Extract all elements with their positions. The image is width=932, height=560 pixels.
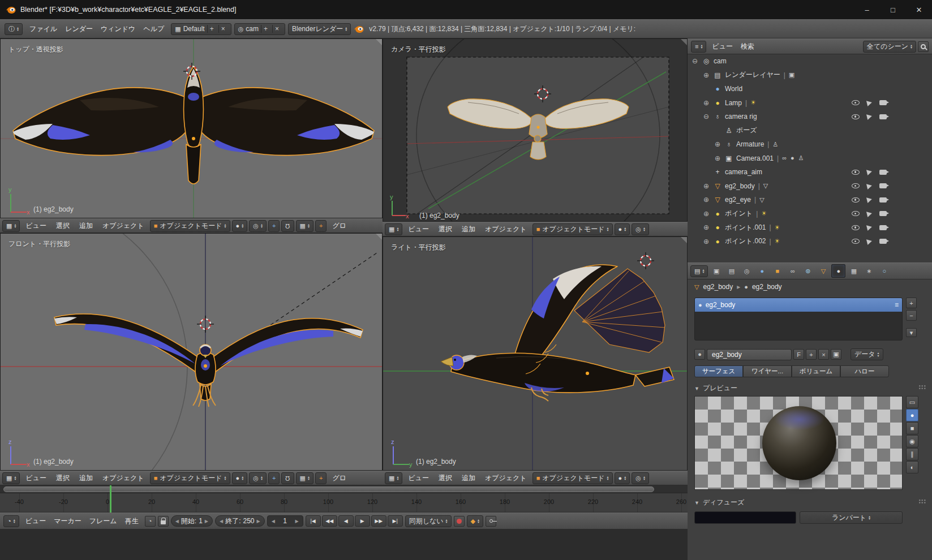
selectable-arrow-icon[interactable] — [866, 210, 873, 217]
region-corner-handle[interactable] — [681, 237, 687, 243]
region-corner-handle[interactable] — [376, 234, 382, 240]
viewport-camera[interactable]: カメラ・平行投影 (1) eg2_body y x — [383, 38, 688, 222]
expand-toggle-icon[interactable]: ⊕ — [702, 238, 710, 245]
new-material-button[interactable]: + — [806, 349, 817, 360]
frame-start-field[interactable]: ◀ 開始: 1 ▶ — [171, 515, 213, 527]
increment-icon[interactable]: ▶ — [257, 519, 260, 524]
timeline-menu-フレーム[interactable]: フレーム — [85, 516, 121, 526]
editor-type-button[interactable]: ▦▴▾ — [2, 472, 20, 484]
playback-button-5[interactable]: ▶| — [388, 515, 403, 527]
tab-wire[interactable]: ワイヤー... — [743, 365, 792, 377]
outliner-row-cam[interactable]: ⊖◎cam — [688, 54, 932, 68]
outliner-row-eg2_body[interactable]: ⊕▽eg2_body|▽ — [688, 179, 932, 193]
render-camera-icon[interactable] — [879, 170, 887, 175]
selectable-arrow-icon[interactable] — [866, 113, 873, 120]
render-camera-icon[interactable] — [879, 239, 887, 244]
render-camera-icon[interactable] — [879, 114, 887, 119]
viewport-menu-ビュー[interactable]: ビュー — [404, 225, 433, 234]
timeline-menu-ビュー[interactable]: ビュー — [22, 516, 50, 526]
viewport-menu-ビュー[interactable]: ビュー — [404, 473, 433, 483]
editor-type-button[interactable]: ≡▴▾ — [691, 41, 706, 53]
preview-mode-button-0[interactable]: ▭ — [906, 396, 918, 408]
viewport-menu-選択[interactable]: 選択 — [52, 473, 74, 483]
outliner-row-camera rig[interactable]: ⊖♁camera rig — [688, 110, 932, 124]
pivot-point-dropdown[interactable]: ◎▴▾ — [249, 472, 267, 484]
snap-magnet-toggle[interactable]: Ω — [281, 472, 294, 484]
panel-grip-icon[interactable] — [918, 499, 926, 505]
viewport-menu-選択[interactable]: 選択 — [435, 225, 456, 234]
diffuse-color-swatch[interactable] — [694, 511, 796, 524]
properties-tab-render[interactable]: ▣ — [709, 264, 723, 278]
playback-button-0[interactable]: |◀ — [306, 515, 321, 527]
viewport-menu-追加[interactable]: 追加 — [458, 225, 479, 234]
viewport-menu-オブジェクト[interactable]: オブジェクト — [98, 473, 148, 483]
insert-keyframe-button[interactable] — [486, 516, 496, 527]
render-camera-icon[interactable] — [879, 183, 887, 188]
decrement-icon[interactable]: ◀ — [272, 519, 275, 524]
expand-toggle-icon[interactable]: ⊕ — [702, 182, 710, 190]
transform-manipulator-toggle[interactable]: + — [315, 220, 327, 232]
properties-tab-material[interactable]: ● — [831, 264, 845, 278]
playback-button-2[interactable]: ◀ — [338, 515, 354, 527]
expand-toggle-icon[interactable]: ⊕ — [702, 223, 710, 231]
diffuse-shader-dropdown[interactable]: ランバート ▴▾ — [800, 511, 903, 524]
viewport-shading-dropdown[interactable]: ●▴▾ — [615, 472, 630, 484]
timeline-ruler[interactable]: -40-200204060801001201401601802002202402… — [0, 493, 688, 512]
snap-element-dropdown[interactable]: ▦▴▾ — [296, 472, 313, 484]
outliner-row-ポイント.001[interactable]: ⊕●ポイント.001|☀ — [688, 221, 932, 235]
outliner-row-World[interactable]: ●World — [688, 82, 932, 96]
add-slot-button[interactable]: + — [906, 298, 917, 308]
timeline-scrollbar[interactable] — [0, 485, 688, 493]
preview-mode-button-4[interactable]: ∥ — [906, 448, 918, 460]
region-corner-handle[interactable] — [681, 39, 687, 45]
properties-tab-particles[interactable]: ∗ — [862, 264, 876, 278]
outliner-row-ポーズ[interactable]: ♙ポーズ — [688, 124, 932, 138]
editor-type-button[interactable]: ▦▴▾ — [385, 472, 402, 484]
increment-icon[interactable]: ▶ — [295, 519, 299, 524]
viewport-shading-dropdown[interactable]: ●▴▾ — [615, 223, 630, 235]
outliner-row-ポイント[interactable]: ⊕●ポイント|☀ — [688, 207, 932, 221]
editor-type-button[interactable]: ▤▴▾ — [690, 265, 708, 277]
properties-tab-object[interactable]: ■ — [770, 264, 784, 278]
hide-eye-icon[interactable] — [852, 225, 860, 230]
add-scene-button[interactable]: + — [261, 25, 270, 33]
outliner-menu-ビュー[interactable]: ビュー — [708, 42, 737, 51]
nodes-toggle-button[interactable]: ▣ — [831, 349, 841, 360]
timeline-scrollbar-handle[interactable] — [3, 486, 654, 492]
fake-user-button[interactable]: F — [793, 349, 804, 360]
tab-surface[interactable]: サーフェス — [694, 365, 743, 377]
playback-button-3[interactable]: ▶ — [355, 515, 370, 527]
frame-end-field[interactable]: ◀ 終了: 250 ▶ — [215, 515, 265, 527]
preview-mode-button-3[interactable]: ◉ — [906, 435, 918, 447]
outliner-row-レンダーレイヤー[interactable]: ⊕▤レンダーレイヤー|▣ — [688, 68, 932, 83]
minimize-button[interactable]: – — [854, 0, 880, 19]
unlink-material-button[interactable]: × — [818, 349, 829, 360]
browse-material-button[interactable]: ● — [694, 349, 705, 360]
hide-eye-icon[interactable] — [852, 183, 860, 188]
viewport-menu-オブジェクト[interactable]: オブジェクト — [481, 225, 531, 234]
render-camera-icon[interactable] — [879, 100, 887, 105]
preview-mode-button-5[interactable]: ◐ — [906, 461, 918, 473]
mode-dropdown[interactable]: ■オブジェクトモード▴▾ — [150, 220, 230, 232]
selectable-arrow-icon[interactable] — [866, 238, 873, 245]
expand-toggle-icon[interactable]: ⊕ — [702, 196, 710, 204]
delete-layout-button[interactable]: × — [218, 25, 227, 33]
manipulator-toggle[interactable]: + — [268, 220, 280, 232]
panel-grip-icon[interactable] — [918, 385, 926, 390]
pivot-point-dropdown[interactable]: ◎▴▾ — [632, 472, 649, 484]
breadcrumb-object[interactable]: eg2_body — [703, 283, 733, 291]
editor-type-button[interactable]: ▦▴▾ — [385, 223, 402, 235]
scene-selector[interactable]: ◎ cam + × — [234, 23, 285, 35]
outliner-row-eg2_eye[interactable]: ⊕▽eg2_eye|▽ — [688, 193, 932, 207]
properties-tab-physics[interactable]: ○ — [877, 264, 891, 278]
playback-button-4[interactable]: ▶▶ — [371, 515, 386, 527]
properties-tab-texture[interactable]: ▦ — [847, 264, 861, 278]
mode-dropdown[interactable]: ■オブジェクトモード▴▾ — [532, 223, 613, 235]
transform-manipulator-toggle[interactable]: + — [315, 472, 327, 484]
snap-element-dropdown[interactable]: ▦▴▾ — [296, 220, 313, 232]
decrement-icon[interactable]: ◀ — [175, 519, 179, 524]
diffuse-panel-header[interactable]: ▼ ディフューズ — [694, 498, 744, 507]
breadcrumb-material[interactable]: eg2_body — [752, 283, 782, 291]
screen-layout-selector[interactable]: ▦ Default + × — [171, 23, 231, 35]
preview-mode-button-2[interactable]: ■ — [906, 422, 918, 434]
